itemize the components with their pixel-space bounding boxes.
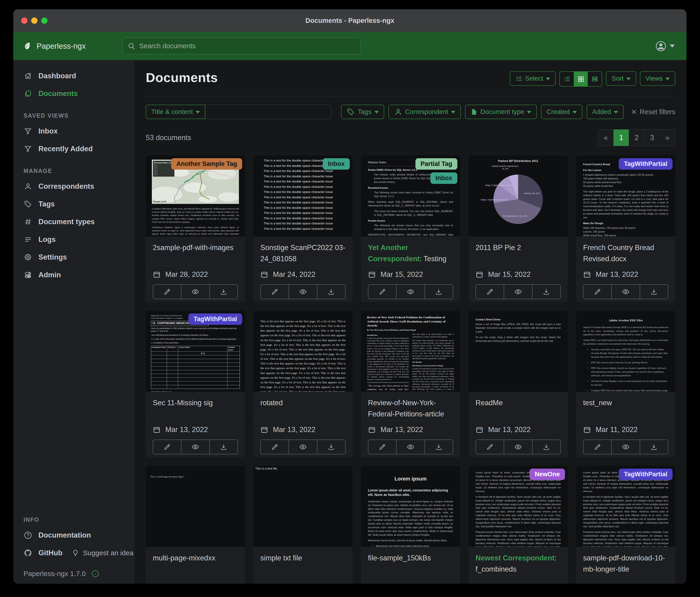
document-title[interactable]: sample-pdf-download-10-mb-longer-title <box>583 552 668 575</box>
document-card[interactable]: NewOne Lorem ipsum dolor sit amet, conse… <box>469 466 568 584</box>
title-content-filter-button[interactable]: Title & content <box>146 104 205 119</box>
grid-view-button[interactable] <box>574 72 588 86</box>
pagination-page-button[interactable]: 1 <box>614 129 629 146</box>
edit-button[interactable] <box>368 285 397 299</box>
sidebar-item-correspondents[interactable]: Correspondents <box>13 177 134 195</box>
document-title[interactable]: Newest Correspondent: f_combineds <box>476 552 561 575</box>
document-card[interactable]: Lorem ipsumLorem ipsum dolor sit amet, c… <box>361 466 460 584</box>
sidebar-item-dashboard[interactable]: Dashboard <box>13 67 134 85</box>
edit-button[interactable] <box>476 440 504 454</box>
sidebar-item-recently-added[interactable]: Recently Added <box>13 140 134 158</box>
document-title[interactable]: test_new <box>583 397 668 408</box>
document-title[interactable]: multi-page-mixedxx <box>153 552 238 564</box>
document-thumbnail[interactable]: Review of New York Federal Petitions for… <box>361 311 460 392</box>
sidebar-item-document-types[interactable]: Document types <box>13 213 134 231</box>
download-button[interactable] <box>317 285 345 299</box>
view-button[interactable] <box>504 440 532 454</box>
view-button[interactable] <box>612 440 640 454</box>
document-thumbnail[interactable]: TagWithPartial Lorem ipsum dolor sit ame… <box>576 466 675 547</box>
document-card[interactable]: This is a multi page document. Page 1. m… <box>146 466 245 584</box>
document-title[interactable]: ReadMe <box>476 397 561 408</box>
sidebar-item-github[interactable]: GitHub <box>13 544 62 562</box>
view-button[interactable] <box>289 440 317 454</box>
document-thumbnail[interactable]: NewOne Lorem ipsum dolor sit amet, conse… <box>469 466 568 547</box>
sidebar-item-settings[interactable]: Settings <box>13 248 134 266</box>
tag-chip[interactable]: TagWithPartial <box>619 469 673 480</box>
search-input[interactable] <box>139 42 356 50</box>
suggest-idea-link[interactable]: Suggest an idea <box>72 549 133 557</box>
document-thumbnail[interactable]: TagWithPartial Application for Medical S… <box>146 311 245 392</box>
document-thumbnail[interactable]: Partial TagInbox Release NotesSimba ODBC… <box>361 156 460 237</box>
document-title[interactable]: 2sample-pdf-with-images <box>153 242 238 253</box>
edit-button[interactable] <box>153 440 181 454</box>
sidebar-item-documents[interactable]: Documents <box>13 85 134 102</box>
document-title[interactable]: rotated <box>260 397 346 408</box>
list-view-button[interactable] <box>560 72 574 86</box>
view-button[interactable] <box>181 285 209 299</box>
document-type-filter-button[interactable]: Document type <box>465 104 537 119</box>
download-button[interactable] <box>532 285 560 299</box>
sidebar-item-logs[interactable]: Logs <box>13 231 134 248</box>
document-card[interactable]: Patient BP Distribution 2011Normal, 158,… <box>469 156 568 302</box>
download-button[interactable] <box>210 440 238 454</box>
tags-filter-button[interactable]: Tags <box>341 104 384 119</box>
edit-button[interactable] <box>476 285 504 299</box>
document-card[interactable]: Another Sample Tag Boundary Waters TripD… <box>146 156 245 302</box>
document-thumbnail[interactable]: Lorem ipsumLorem ipsum dolor sit amet, c… <box>361 466 460 547</box>
view-button[interactable] <box>612 285 640 299</box>
document-title[interactable]: 2011 BP Pie 2 <box>476 242 561 253</box>
document-title[interactable]: simple txt file <box>260 552 346 564</box>
document-thumbnail[interactable]: Adobe Acrobat PDF FilesAdobe® Portable D… <box>576 311 675 392</box>
detail-view-button[interactable] <box>588 72 602 86</box>
pagination-page-button[interactable]: 3 <box>644 129 660 146</box>
document-title[interactable]: Sec 11-Missing sig <box>153 397 238 408</box>
correspondent-filter-button[interactable]: Correspondent <box>389 104 461 119</box>
download-button[interactable] <box>210 285 238 299</box>
sidebar-item-inbox[interactable]: Inbox <box>13 122 134 140</box>
view-button[interactable] <box>181 440 209 454</box>
tag-chip[interactable]: Partial Tag <box>416 158 457 170</box>
tag-chip[interactable]: TagWithPartial <box>619 158 673 170</box>
edit-button[interactable] <box>153 285 181 299</box>
app-brand[interactable]: Paperless-ngx <box>23 41 123 51</box>
document-title[interactable]: file-sample_150kBs <box>368 552 453 564</box>
sidebar-item-documentation[interactable]: Documentation <box>13 526 134 544</box>
document-card[interactable]: TagWithPartial Application for Medical S… <box>146 311 245 457</box>
sidebar-item-tags[interactable]: Tags <box>13 195 134 213</box>
tag-chip[interactable]: TagWithPartial <box>189 313 242 325</box>
document-card[interactable]: Inbox This is a test for the double spac… <box>253 156 353 302</box>
sidebar-item-admin[interactable]: Admin <box>13 266 134 284</box>
document-thumbnail[interactable]: Contact Sheet DemoGiven a set of image f… <box>469 311 568 392</box>
document-title[interactable]: Review-of-New-York-Federal-Petitions-art… <box>368 397 453 420</box>
pagination-prev-button[interactable]: « <box>598 129 614 146</box>
tag-chip[interactable]: Inbox <box>430 172 457 184</box>
document-card[interactable]: Review of New York Federal Petitions for… <box>361 311 460 457</box>
download-button[interactable] <box>425 285 453 299</box>
title-content-filter-input[interactable] <box>205 104 332 119</box>
sort-button[interactable]: Sort <box>606 71 636 86</box>
created-filter-button[interactable]: Created <box>541 104 582 119</box>
edit-button[interactable] <box>583 285 612 299</box>
document-card[interactable]: This is a test file. simple txt file <box>253 466 353 584</box>
views-button[interactable]: Views <box>640 71 675 86</box>
document-thumbnail[interactable]: This is the text that appears on the fir… <box>253 311 353 392</box>
user-menu[interactable] <box>655 41 675 52</box>
reset-filters-button[interactable]: ✕ Reset filters <box>631 108 675 116</box>
download-button[interactable] <box>425 440 453 454</box>
tag-chip[interactable]: Inbox <box>323 158 350 170</box>
document-card[interactable]: Partial TagInbox Release NotesSimba ODBC… <box>361 156 460 302</box>
view-button[interactable] <box>289 285 317 299</box>
document-card[interactable]: This is the text that appears on the fir… <box>253 311 353 457</box>
edit-button[interactable] <box>261 285 289 299</box>
document-thumbnail[interactable]: Patient BP Distribution 2011Normal, 158,… <box>469 156 568 237</box>
document-title[interactable]: Yet Another Correspondent: Testing Email <box>368 242 453 265</box>
edit-button[interactable] <box>583 440 612 454</box>
view-button[interactable] <box>397 285 425 299</box>
edit-button[interactable] <box>368 440 397 454</box>
document-thumbnail[interactable]: Inbox This is a test for the double spac… <box>253 156 353 237</box>
document-card[interactable]: TagWithPartial Lorem ipsum dolor sit ame… <box>576 466 675 584</box>
select-button[interactable]: Select <box>510 71 556 86</box>
download-button[interactable] <box>317 440 345 454</box>
info-icon[interactable]: i <box>91 570 99 578</box>
document-card[interactable]: TagWithPartial French Country BreadFor t… <box>576 156 675 302</box>
